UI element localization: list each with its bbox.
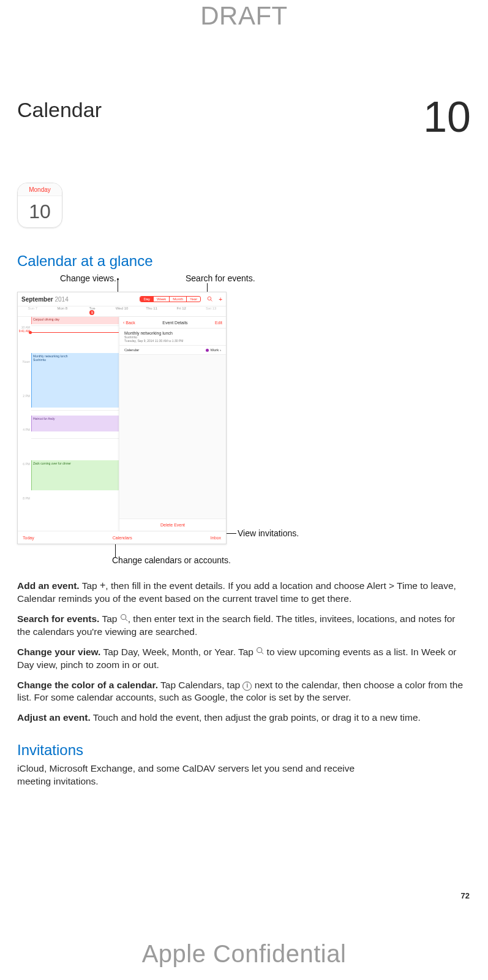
page-number: 72	[461, 891, 470, 900]
detail-edit-button[interactable]: Edit	[215, 321, 222, 325]
seg-week[interactable]: Week	[154, 297, 170, 302]
calendar-figure: Change views. Search for events. View in…	[17, 273, 471, 580]
para-invitations: iCloud, Microsoft Exchange, and some Cal…	[17, 762, 360, 788]
callout-change-views: Change views.	[60, 273, 116, 283]
seg-day[interactable]: Day	[140, 297, 154, 302]
day-mon[interactable]: Mon 8	[48, 306, 78, 316]
svg-point-2	[121, 614, 126, 619]
section-invitations: Invitations	[17, 742, 471, 759]
callout-change-calendars: Change calendars or accounts.	[112, 555, 231, 565]
search-glyph-2	[256, 647, 264, 655]
add-event-icon[interactable]: +	[219, 296, 222, 303]
day-thu[interactable]: Thu 11	[137, 306, 167, 316]
watermark-draft: DRAFT	[0, 1, 488, 31]
calendar-app-icon: Monday 10	[17, 183, 62, 228]
detail-calendar-row[interactable]: Calendar Work ›	[119, 346, 226, 355]
chapter-number: 10	[423, 98, 471, 137]
current-time-label: 9:41 AM	[18, 329, 30, 333]
para-change-view: Change your view. Tap Day, Week, Month, …	[17, 646, 471, 672]
svg-line-1	[211, 300, 212, 301]
info-icon: i	[242, 682, 252, 691]
time-axis: 10 AM Noon 2 PM 4 PM 6 PM 8 PM	[18, 325, 31, 531]
event-grid[interactable]: 9:41 AM Monthly networking lunch Sushirr…	[31, 325, 119, 531]
event-detail-panel: ‹ Back Event Details Edit Monthly networ…	[119, 317, 226, 531]
watermark-confidential: Apple Confidential	[0, 940, 488, 968]
svg-line-5	[261, 652, 263, 654]
detail-event-time: Tuesday, Sep 9, 2014 11:30 AM to 1:30 PM	[124, 339, 221, 343]
toolbar-calendars[interactable]: Calendars	[113, 536, 132, 540]
event-green[interactable]: Zack coming over for dinner	[31, 460, 119, 490]
callout-search-for-events: Search for events.	[186, 273, 255, 283]
search-icon[interactable]	[207, 296, 212, 303]
para-search: Search for events. Tap , then enter text…	[17, 613, 471, 639]
day-wed[interactable]: Wed 10	[107, 306, 137, 316]
seg-month[interactable]: Month	[170, 297, 187, 302]
all-day-event[interactable]: Carpool driving day	[31, 317, 119, 324]
seg-year[interactable]: Year	[187, 297, 200, 302]
current-time-indicator	[31, 332, 119, 333]
para-change-color: Change the color of a calendar. Tap Cale…	[17, 679, 471, 705]
toolbar-inbox[interactable]: Inbox	[211, 536, 221, 540]
delete-event-button[interactable]: Delete Event	[119, 518, 226, 531]
plus-icon: +	[100, 582, 105, 589]
chapter-title: Calendar	[17, 98, 102, 122]
svg-point-4	[257, 647, 262, 652]
day-sun[interactable]: Sun 7	[18, 306, 48, 316]
section-calendar-at-a-glance: Calendar at a glance	[17, 253, 471, 270]
detail-title: Event Details	[162, 321, 187, 325]
day-sat[interactable]: Sat 13	[196, 306, 226, 316]
event-purple[interactable]: Haircut for Andy	[31, 416, 119, 431]
day-fri[interactable]: Fri 12	[167, 306, 197, 316]
svg-point-0	[208, 297, 211, 300]
app-icon-weekday: Monday	[18, 183, 62, 196]
search-glyph	[120, 613, 128, 622]
app-icon-day: 10	[18, 196, 62, 227]
month-label: September 2014	[21, 296, 69, 303]
day-tue[interactable]: Tue 9	[77, 306, 107, 316]
day-header-row: Sun 7 Mon 8 Tue 9 Wed 10 Thu 11 Fri 12 S…	[18, 306, 226, 317]
screenshot: September 2014 Day Week Month Year + Sun…	[17, 292, 227, 544]
para-adjust: Adjust an event. Touch and hold the even…	[17, 712, 471, 724]
callout-view-invitations: View invitations.	[238, 528, 299, 538]
detail-event-title: Monthly networking lunch	[124, 331, 221, 335]
toolbar-today[interactable]: Today	[23, 536, 34, 540]
svg-line-3	[126, 619, 127, 621]
para-add-event: Add an event. Tap +, then fill in the ev…	[17, 580, 471, 606]
detail-back-button[interactable]: ‹ Back	[123, 321, 135, 325]
view-segmented-control[interactable]: Day Week Month Year	[140, 296, 201, 302]
event-blue[interactable]: Monthly networking lunch Sushirrito	[31, 353, 119, 408]
